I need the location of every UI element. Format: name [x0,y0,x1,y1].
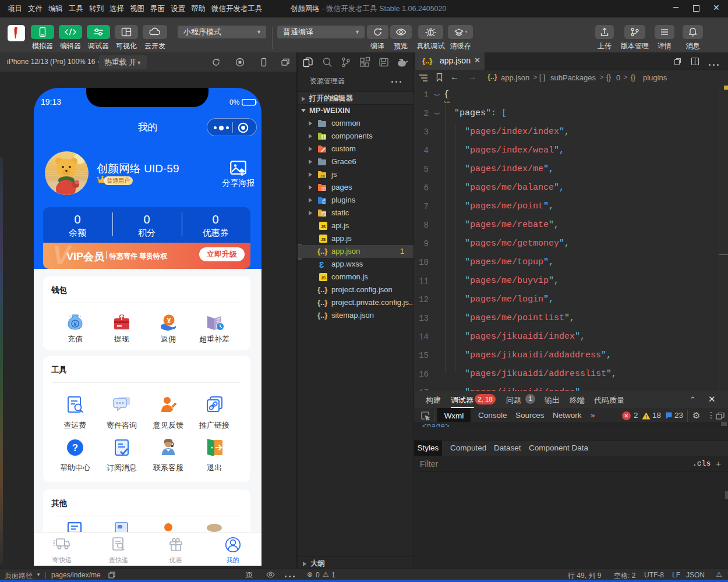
svg-text:JS: JS [320,175,326,179]
svg-text:¥: ¥ [73,321,76,327]
svg-text:JS: JS [321,237,326,242]
svg-text:JS: JS [321,225,326,229]
svg-text:JS: JS [321,276,326,280]
svg-text:<>: <> [322,187,326,191]
svg-text:!: ! [645,414,647,420]
svg-text:?: ? [72,442,78,453]
svg-text:¥: ¥ [167,316,171,325]
